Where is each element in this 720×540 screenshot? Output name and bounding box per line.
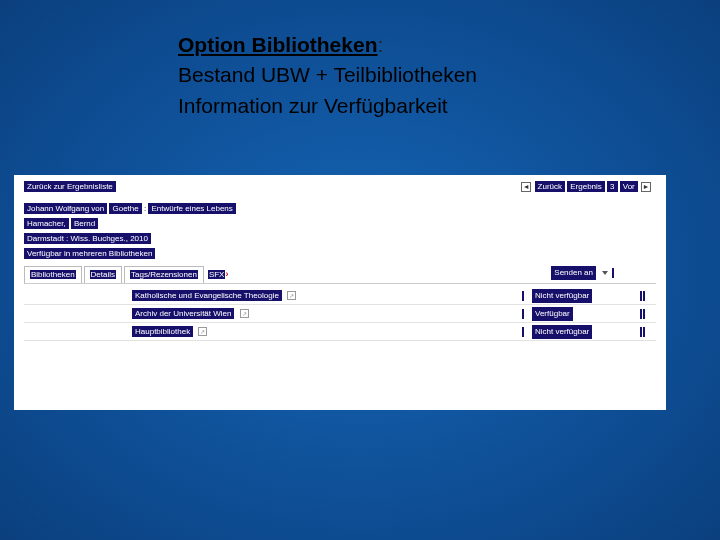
catalog-panel: Zurück zur Ergebnisliste ◄ Zurück Ergebn… <box>14 175 666 410</box>
divider-icon <box>522 327 524 337</box>
back-to-results-link[interactable]: Zurück zur Ergebnisliste <box>24 181 116 192</box>
availability-status: Nicht verfügbar <box>532 289 592 303</box>
record-metadata: Johann Wolfgang von Goethe : Entwürfe ei… <box>24 203 656 260</box>
divider-icon <box>612 268 614 278</box>
external-link-icon[interactable]: ↗ <box>240 309 249 318</box>
table-row: Katholische und Evangelische Theologie ↗… <box>24 287 656 305</box>
table-row: Hauptbibliothek ↗ Nicht verfügbar <box>24 323 656 341</box>
tab-details[interactable]: Details <box>84 266 122 283</box>
pager-result-number: 3 <box>607 181 617 192</box>
chevron-down-icon <box>602 271 608 275</box>
library-link[interactable]: Archiv der Universität Wien <box>132 308 234 319</box>
availability-status: Nicht verfügbar <box>532 325 592 339</box>
sfx-indicator-icon: › <box>225 269 228 279</box>
holdings-table: Katholische und Evangelische Theologie ↗… <box>24 287 656 341</box>
library-link[interactable]: Katholische und Evangelische Theologie <box>132 290 282 301</box>
record-author-part2: Goethe <box>109 203 141 214</box>
title-colon: : <box>378 33 384 56</box>
divider-icon <box>522 291 524 301</box>
send-to-menu[interactable]: Senden an <box>551 266 614 280</box>
title-line-3: Information zur Verfügbarkeit <box>178 91 477 121</box>
pager-next-label[interactable]: Vor <box>620 181 638 192</box>
record-availability-summary: Verfügbar in mehreren Bibliotheken <box>24 248 155 259</box>
pager-prev-icon[interactable]: ◄ <box>521 182 531 192</box>
result-pager: ◄ Zurück Ergebnis 3 Vor ► <box>520 181 652 193</box>
tab-tags-rezensionen[interactable]: Tags/Rezensionen <box>124 266 204 283</box>
record-creator-part1: Hamacher, <box>24 218 69 229</box>
record-author-part1: Johann Wolfgang von <box>24 203 107 214</box>
title-line-2: Bestand UBW + Teilbibliotheken <box>178 60 477 90</box>
tab-bibliotheken[interactable]: Bibliotheken <box>24 266 82 283</box>
slide-title-block: Option Bibliotheken: Bestand UBW + Teilb… <box>178 30 477 121</box>
library-link[interactable]: Hauptbibliothek <box>132 326 193 337</box>
availability-status: Verfügbar <box>532 307 573 321</box>
table-row: Archiv der Universität Wien ↗ Verfügbar <box>24 305 656 323</box>
pager-next-icon[interactable]: ► <box>641 182 651 192</box>
detail-tabbar: Bibliotheken Details Tags/Rezensionen SF… <box>24 266 656 284</box>
pager-result-word: Ergebnis <box>567 181 605 192</box>
external-link-icon[interactable]: ↗ <box>287 291 296 300</box>
tab-sfx[interactable]: SFX› <box>206 267 234 283</box>
external-link-icon[interactable]: ↗ <box>198 327 207 336</box>
pager-prev-label[interactable]: Zurück <box>535 181 565 192</box>
record-imprint: Darmstadt : Wiss. Buchges., 2010 <box>24 233 151 244</box>
record-title-rest: Entwürfe eines Lebens <box>148 203 235 214</box>
record-creator-part2: Bernd <box>71 218 98 229</box>
title-main: Option Bibliotheken <box>178 33 378 56</box>
divider-icon <box>522 309 524 319</box>
